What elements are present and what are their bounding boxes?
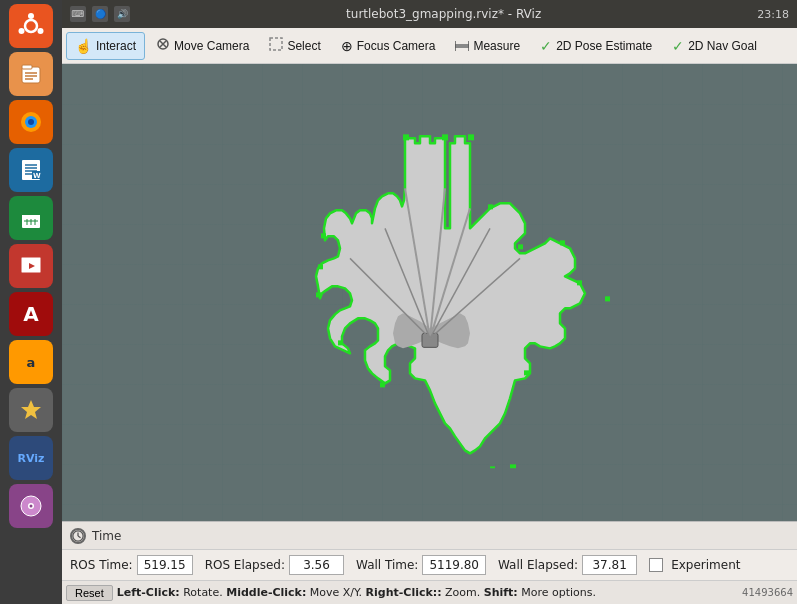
coordinates-display: 41493664: [742, 587, 793, 598]
main-area: ⌨ 🔵 🔊 turtlebot3_gmapping.rviz* - RViz 2…: [62, 0, 797, 604]
experiment-field: Experiment: [649, 558, 740, 572]
svg-point-32: [30, 505, 33, 508]
sidebar-icon-firefox[interactable]: [9, 100, 53, 144]
sidebar: W A a RViz: [0, 0, 62, 604]
clock-time: 23:18: [757, 8, 789, 21]
sidebar-icon-amazon[interactable]: a: [9, 340, 53, 384]
interact-icon: ☝: [75, 38, 92, 54]
ros-time-label: ROS Time:: [70, 558, 133, 572]
sidebar-icon-writer[interactable]: W: [9, 148, 53, 192]
svg-rect-62: [605, 296, 610, 301]
sidebar-icon-calc[interactable]: [9, 196, 53, 240]
wall-time-value[interactable]: 5119.80: [422, 555, 486, 575]
svg-rect-35: [455, 44, 469, 48]
measure-icon: [455, 38, 469, 54]
sidebar-icon-files[interactable]: [9, 52, 53, 96]
svg-rect-48: [403, 134, 409, 140]
svg-rect-50: [468, 134, 474, 140]
svg-text:W: W: [33, 172, 41, 180]
ros-elapsed-field: ROS Elapsed: 3.56: [205, 555, 344, 575]
sidebar-icon-dvd[interactable]: [9, 484, 53, 528]
titlebar: ⌨ 🔵 🔊 turtlebot3_gmapping.rviz* - RViz 2…: [62, 0, 797, 28]
svg-rect-64: [524, 370, 529, 375]
experiment-checkbox[interactable]: [649, 558, 663, 572]
svg-rect-21: [22, 208, 40, 215]
sidebar-icon-ubuntu[interactable]: [9, 4, 53, 48]
nav-goal-button[interactable]: ✓ 2D Nav Goal: [663, 32, 766, 60]
ros-elapsed-label: ROS Elapsed:: [205, 558, 285, 572]
measure-button[interactable]: Measure: [446, 32, 529, 60]
svg-rect-6: [22, 65, 32, 69]
svg-rect-59: [318, 264, 323, 269]
focus-camera-button[interactable]: ⊕ Focus Camera: [332, 32, 445, 60]
pose-estimate-icon: ✓: [540, 38, 552, 54]
reset-button[interactable]: Reset: [66, 585, 113, 601]
svg-point-4: [19, 28, 25, 34]
time-values-row: ROS Time: 519.15 ROS Elapsed: 3.56 Wall …: [62, 550, 797, 580]
sidebar-icon-impress[interactable]: [9, 244, 53, 288]
window-title: turtlebot3_gmapping.rviz* - RViz: [130, 7, 757, 21]
move-camera-icon: [156, 37, 170, 54]
svg-point-2: [28, 13, 34, 19]
bottom-panels: Time ROS Time: 519.15 ROS Elapsed: 3.56 …: [62, 521, 797, 604]
svg-marker-38: [316, 136, 585, 453]
svg-marker-29: [21, 400, 41, 419]
bluetooth-icon: 🔵: [92, 6, 108, 22]
volume-icon: 🔊: [114, 6, 130, 22]
svg-rect-34: [270, 38, 282, 50]
3d-viewport[interactable]: [62, 64, 797, 521]
clock-icon: [70, 528, 86, 544]
wall-elapsed-field: Wall Elapsed: 37.81: [498, 555, 637, 575]
svg-rect-57: [338, 340, 343, 345]
svg-rect-60: [321, 233, 326, 238]
sidebar-icon-font[interactable]: A: [9, 292, 53, 336]
wall-elapsed-value[interactable]: 37.81: [582, 555, 637, 575]
titlebar-controls: 23:18: [757, 8, 789, 21]
svg-point-12: [28, 119, 34, 125]
wall-elapsed-label: Wall Elapsed:: [498, 558, 578, 572]
nav-goal-icon: ✓: [672, 38, 684, 54]
wall-time-label: Wall Time:: [356, 558, 418, 572]
time-panel-header: Time: [62, 522, 797, 550]
focus-camera-icon: ⊕: [341, 38, 353, 54]
move-camera-button[interactable]: Move Camera: [147, 32, 258, 60]
keyboard-icon: ⌨: [70, 6, 86, 22]
status-help-text: Left-Click: Rotate. Middle-Click: Move X…: [117, 586, 596, 599]
svg-rect-52: [560, 240, 565, 245]
statusbar: Reset Left-Click: Rotate. Middle-Click: …: [62, 580, 797, 604]
select-icon: [269, 37, 283, 54]
ros-elapsed-value[interactable]: 3.56: [289, 555, 344, 575]
svg-rect-58: [316, 292, 321, 297]
svg-point-3: [38, 28, 44, 34]
svg-line-68: [78, 536, 81, 538]
select-button[interactable]: Select: [260, 32, 329, 60]
ros-time-field: ROS Time: 519.15: [70, 555, 193, 575]
svg-rect-53: [577, 280, 582, 285]
time-panel-label: Time: [92, 529, 121, 543]
pose-estimate-button[interactable]: ✓ 2D Pose Estimate: [531, 32, 661, 60]
ros-time-value[interactable]: 519.15: [137, 555, 193, 575]
svg-rect-61: [488, 204, 493, 209]
toolbar: ☝ Interact Move Camera Select ⊕ Focus Ca: [62, 28, 797, 64]
map-visualization: [230, 128, 630, 468]
svg-rect-51: [518, 244, 523, 249]
sidebar-icon-rviz[interactable]: RViz: [9, 436, 53, 480]
map-container: [230, 128, 630, 471]
svg-rect-54: [490, 466, 495, 468]
sidebar-icon-misc[interactable]: [9, 388, 53, 432]
wall-time-field: Wall Time: 5119.80: [356, 555, 486, 575]
svg-rect-63: [510, 464, 516, 468]
svg-rect-56: [380, 382, 385, 387]
interact-button[interactable]: ☝ Interact: [66, 32, 145, 60]
experiment-label: Experiment: [671, 558, 740, 572]
svg-rect-49: [442, 134, 448, 140]
